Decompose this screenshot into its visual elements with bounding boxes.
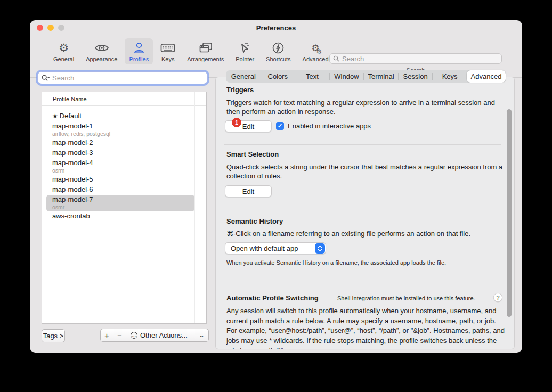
toolbar-item-keys[interactable]: Keys [156,38,180,64]
notification-badge: 1 [232,118,241,127]
toolbar-item-shortcuts[interactable]: Shortcuts [262,38,295,64]
preferences-window: Preferences ⚙ General Appearance [30,20,522,353]
semantic-history-note: When you activate Semantic History on a … [226,259,446,266]
toolbar-item-pointer[interactable]: Pointer [231,38,258,64]
screen: Preferences ⚙ General Appearance [0,0,552,392]
other-actions-dropdown[interactable]: … Other Actions... ⌄ [126,329,208,341]
tab-terminal[interactable]: Terminal [364,70,398,83]
profile-name: map-model-1 [52,122,194,130]
tab-window[interactable]: Window [330,70,364,83]
smart-selection-heading: Smart Selection [226,150,279,158]
add-profile-button[interactable]: + [101,329,113,341]
titlebar: Preferences [30,20,522,35]
profile-actions-control: + − … Other Actions... ⌄ [100,329,209,342]
smart-selection-edit-button[interactable]: Edit [225,185,272,197]
profile-tags: airflow, redis, postgesql [52,130,194,137]
profile-tags: osmr [52,204,194,210]
profile-name: aws-crontab [52,212,194,220]
search-icon [333,55,339,62]
profile-name: map-model-6 [52,185,194,194]
tab-colors[interactable]: Colors [261,70,295,83]
semantic-history-dropdown[interactable]: Open with default app [225,242,326,254]
profile-tags: osrm [52,167,194,174]
profile-name: map-model-7 [52,195,194,204]
profile-row-map-model-4[interactable]: map-model-4 osrm [46,158,194,175]
profile-row-map-model-6[interactable]: map-model-6 [46,185,194,195]
double-gear-icon: ⚙⚙ [311,41,319,55]
toolbar-label: Advanced [303,56,329,62]
tab-keys[interactable]: Keys [433,70,467,83]
section-divider [224,211,501,211]
toolbar-items: ⚙ General Appearance Profiles [49,38,336,64]
toolbar-item-advanced[interactable]: ⚙⚙ Advanced [298,38,333,64]
profile-name: map-model-3 [52,149,194,157]
profile-row-map-model-2[interactable]: map-model-2 [46,138,194,148]
panel-tabstrip: General Colors Text Window Terminal Sess… [226,70,506,83]
aps-shell-integration-note: Shell Integration must be installed to u… [337,295,475,301]
profile-row-aws-crontab[interactable]: aws-crontab [46,211,194,222]
profile-row-default[interactable]: ★Default [46,111,194,121]
advanced-settings-panel: Triggers Triggers watch for text matchin… [215,77,515,349]
toolbar-label: Arrangements [187,56,224,62]
window-title: Preferences [30,24,522,32]
tab-session[interactable]: Session [399,70,433,83]
lightning-circle-icon [272,41,285,55]
toolbar-label: Appearance [86,56,117,62]
profile-rows: ★Default map-model-1 airflow, redis, pos… [42,106,206,222]
aps-heading: Automatic Profile Switching [226,294,319,302]
star-icon: ★ [52,112,58,120]
panel-scrollbar[interactable] [506,78,513,349]
eye-icon [94,41,109,55]
semantic-history-heading: Semantic History [226,217,283,225]
toolbar-item-profiles[interactable]: Profiles [125,38,153,64]
gear-icon: ⚙ [59,41,69,55]
enabled-interactive-apps-checkbox[interactable]: ✓ [276,122,284,130]
toolbar-label: Profiles [129,56,149,62]
keyboard-icon [160,41,175,55]
section-divider [224,290,501,290]
chevron-down-icon: ⌄ [198,332,205,339]
profile-search-placeholder: Search [52,74,74,82]
toolbar-search-field[interactable]: Search [329,53,502,64]
tab-text[interactable]: Text [295,70,329,83]
other-actions-label: Other Actions... [140,331,199,339]
ellipsis-circle-icon: … [131,332,137,339]
semantic-history-description: ⌘-Click on a filename referring to an ex… [226,230,505,239]
toolbar-item-general[interactable]: ⚙ General [49,38,78,64]
toolbar-item-appearance[interactable]: Appearance [82,38,121,64]
tab-advanced[interactable]: Advanced [467,70,506,83]
smart-selection-description: Quad-click selects a string under the cu… [226,163,505,181]
toolbar-item-arrangements[interactable]: Arrangements [183,38,228,64]
person-icon [133,41,145,55]
remove-profile-button[interactable]: − [113,329,126,341]
profile-name: map-model-4 [52,159,194,167]
toolbar-label: General [53,56,74,62]
section-divider [224,144,501,145]
profile-name: map-model-5 [52,175,194,184]
profile-row-map-model-3[interactable]: map-model-3 [46,148,194,158]
tags-button[interactable]: Tags > [42,329,65,342]
toolbar-label: Shortcuts [266,56,290,62]
profile-list-header[interactable]: Profile Name [42,92,206,106]
help-button[interactable]: ? [493,293,502,302]
profile-list: Profile Name ★Default map-model-1 airflo… [42,92,207,324]
checkbox-label: Enabled in interactive apps [288,122,371,130]
windows-icon [199,41,213,55]
dropdown-stepper-icon [315,243,325,254]
profile-row-map-model-7[interactable]: map-model-7 osmr [46,195,194,211]
profile-search-field[interactable]: Search [37,71,208,84]
dropdown-value: Open with default app [225,244,315,252]
scrollbar-thumb[interactable] [507,109,512,317]
search-menu-icon [42,75,50,81]
profile-row-map-model-1[interactable]: map-model-1 airflow, redis, postgesql [46,121,194,138]
aps-description: Any session will switch to this profile … [226,306,505,349]
triggers-heading: Triggers [226,86,254,94]
profile-name: map-model-2 [52,138,194,147]
enabled-interactive-apps-row: ✓ Enabled in interactive apps [276,122,371,130]
toolbar-label: Pointer [236,56,254,62]
column-header-profile-name: Profile Name [42,96,87,102]
toolbar-search-placeholder: Search [342,55,364,63]
tab-general[interactable]: General [226,70,261,83]
profile-name: Default [60,112,82,120]
profile-row-map-model-5[interactable]: map-model-5 [46,175,194,185]
